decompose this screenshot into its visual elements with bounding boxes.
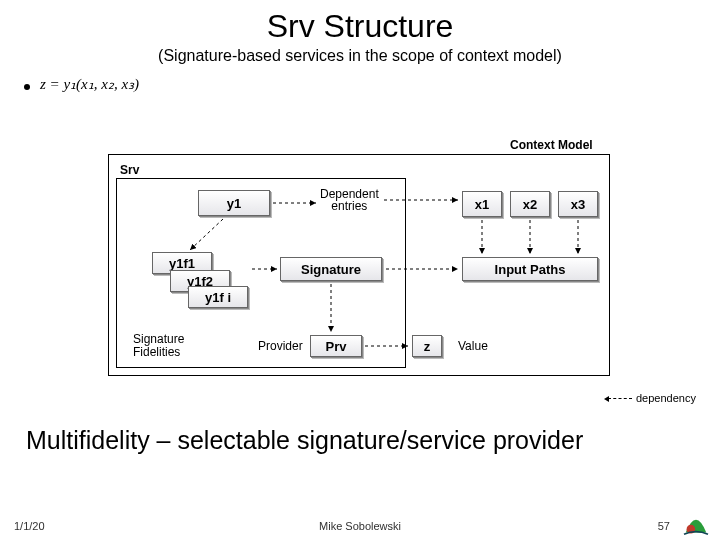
value-label: Value	[458, 339, 488, 353]
node-y1fi: y1f i	[188, 286, 248, 308]
signature-fidelities-label: Signature Fidelities	[133, 333, 184, 359]
footer-author: Mike Sobolewski	[0, 520, 720, 532]
node-x3: x3	[558, 191, 598, 217]
dependency-arrow-icon	[608, 398, 632, 399]
context-model-label: Context Model	[510, 138, 593, 152]
bullet-icon	[24, 84, 30, 90]
slide-title: Srv Structure	[0, 8, 720, 45]
node-x1: x1	[462, 191, 502, 217]
node-input-paths: Input Paths	[462, 257, 598, 281]
dependency-legend-label: dependency	[636, 392, 696, 404]
node-signature: Signature	[280, 257, 382, 281]
srv-label: Srv	[120, 163, 139, 177]
formula-text: z = y₁(x₁, x₂, x₃)	[40, 75, 139, 93]
node-y1: y1	[198, 190, 270, 216]
provider-label: Provider	[258, 339, 303, 353]
node-x2: x2	[510, 191, 550, 217]
dependent-entries-label: Dependent entries	[320, 188, 379, 212]
tagline: Multifidelity – selectable signature/ser…	[26, 426, 583, 455]
logo-icon	[682, 512, 710, 536]
footer-page-number: 57	[658, 520, 670, 532]
node-prv: Prv	[310, 335, 362, 357]
node-z: z	[412, 335, 442, 357]
slide-subtitle: (Signature-based services in the scope o…	[0, 47, 720, 65]
